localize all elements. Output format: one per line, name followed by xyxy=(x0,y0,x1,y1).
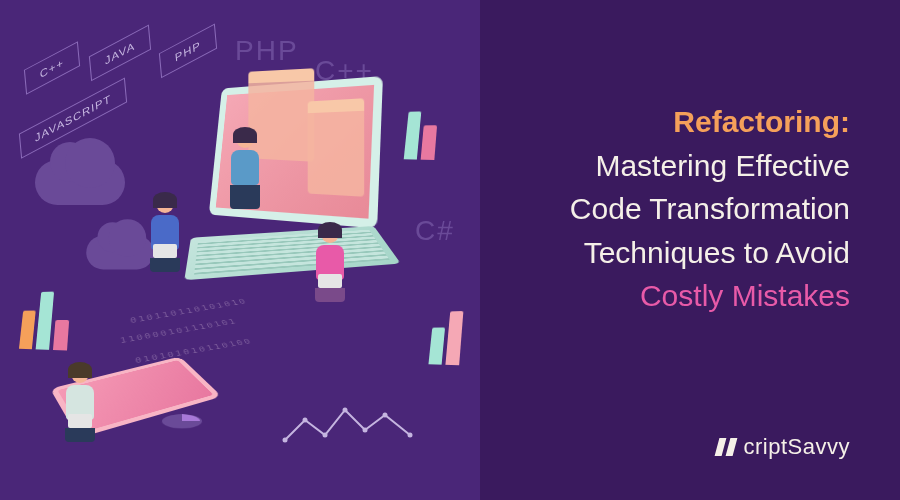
svg-point-0 xyxy=(161,414,203,428)
svg-point-2 xyxy=(303,418,308,423)
svg-point-6 xyxy=(383,413,388,418)
binary-text: 010101010110100 xyxy=(134,338,253,365)
pie-chart-icon xyxy=(159,413,206,430)
svg-point-7 xyxy=(408,433,413,438)
title-line: Techniques to Avoid xyxy=(510,231,850,275)
lang-tag-java: JAVA xyxy=(89,25,151,82)
ghost-php: PHP xyxy=(235,35,299,67)
bar-chart-decoration xyxy=(404,111,438,160)
person-sitting xyxy=(60,365,100,445)
title-panel: Refactoring: Mastering Effective Code Tr… xyxy=(480,0,900,500)
person-standing xyxy=(225,130,265,210)
bar-chart-decoration xyxy=(428,311,463,365)
line-chart-decoration xyxy=(280,400,420,460)
person-sitting xyxy=(145,195,185,275)
lang-tag-php: PHP xyxy=(159,24,217,78)
svg-point-5 xyxy=(363,428,368,433)
title-accent-line: Refactoring: xyxy=(510,100,850,144)
title-accent-line: Costly Mistakes xyxy=(510,274,850,318)
brand-name: criptSavvy xyxy=(744,434,850,460)
brand-mark-icon xyxy=(710,435,740,459)
cloud-icon xyxy=(35,160,125,205)
floating-window xyxy=(308,98,364,196)
cloud-icon xyxy=(86,236,154,270)
title-line: Mastering Effective xyxy=(510,144,850,188)
bar-chart-decoration xyxy=(19,291,71,351)
svg-point-4 xyxy=(343,408,348,413)
person-sitting xyxy=(310,225,350,305)
svg-point-1 xyxy=(283,438,288,443)
title-line: Code Transformation xyxy=(510,187,850,231)
ghost-csharp: C# xyxy=(415,215,455,247)
lang-tag-cpp: C++ xyxy=(24,41,80,94)
illustration-panel: C++ JAVA PHP JAVASCRIPT PHP C++ C# 01011… xyxy=(0,0,480,500)
brand-logo: criptSavvy xyxy=(714,434,850,460)
svg-point-3 xyxy=(323,433,328,438)
